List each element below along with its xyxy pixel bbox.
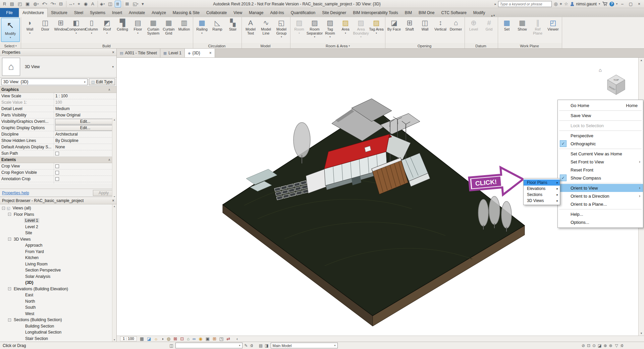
property-row[interactable]: Annotation Crop xyxy=(0,176,116,182)
ribbon-tab[interactable]: BIM Interoperability Tools xyxy=(350,8,401,17)
vertical-opening-button[interactable]: ↕ Vertical xyxy=(433,18,448,32)
ribbon-tab[interactable]: Annotate xyxy=(125,8,148,17)
ribbon-tab[interactable]: Architecture xyxy=(19,8,48,17)
qat-button[interactable]: ⌖ xyxy=(76,1,82,7)
tree-expander-icon[interactable]: − xyxy=(8,318,11,321)
ribbon-panel-label[interactable]: Model xyxy=(242,43,290,49)
tree-item-label[interactable]: {3D} xyxy=(24,280,35,285)
menu-item[interactable]: Lock to Selection xyxy=(558,121,643,130)
property-row[interactable]: Parts Visibility Show Original xyxy=(0,112,116,118)
qat-button[interactable]: ⊟ xyxy=(58,1,64,7)
qat-button[interactable]: ↶ ▾ xyxy=(41,1,48,7)
ribbon-tab[interactable]: BIM xyxy=(401,8,415,17)
property-row[interactable]: Discipline Architectural xyxy=(0,131,116,138)
tree-expander-icon[interactable]: − xyxy=(8,238,11,241)
property-row[interactable]: Visibility/Graphics Overri... Edit... xyxy=(0,118,116,125)
property-row[interactable]: Scale Value 1: 100 xyxy=(0,99,116,106)
ramp-button[interactable]: ◺ Ramp xyxy=(210,18,225,32)
menu-item[interactable]: Orient to View › xyxy=(558,184,643,192)
property-value[interactable]: None xyxy=(54,144,116,150)
menu-item[interactable]: Help... xyxy=(558,210,643,218)
tree-item-label[interactable]: West xyxy=(24,311,35,316)
tree-item[interactable]: − Floor Plans xyxy=(0,211,116,218)
model-group-button[interactable]: ◱ Model Group ▾ xyxy=(274,18,289,38)
qat-button[interactable]: A xyxy=(90,1,96,7)
tree-expander-icon[interactable]: − xyxy=(8,213,11,216)
property-row[interactable]: Far Clip Active xyxy=(0,182,116,184)
curtain-system-button[interactable]: ▦ Curtain System xyxy=(146,18,161,36)
user-avatar-icon[interactable] xyxy=(570,2,574,6)
tree-item[interactable]: Approach xyxy=(0,242,116,249)
menu-item[interactable]: Set Front to View › xyxy=(558,158,643,166)
room-separator-button[interactable]: ▨ Room Separator ▾ xyxy=(307,18,322,38)
search-input[interactable] xyxy=(498,2,551,6)
tree-item[interactable]: North xyxy=(0,298,116,305)
ribbon-tab[interactable]: Analyze xyxy=(148,8,169,17)
scroll-up-icon[interactable]: ▴ xyxy=(114,205,115,208)
temporary-view-properties-icon[interactable]: ▣ xyxy=(206,336,210,342)
ribbon-tab[interactable]: Systems xyxy=(87,8,109,17)
section-collapse-icon[interactable]: ∧ xyxy=(108,88,110,91)
ribbon-tab[interactable]: Quantification xyxy=(287,8,319,17)
menu-item[interactable]: ✓ Orthographic xyxy=(558,140,643,148)
ribbon-tab[interactable]: Steel xyxy=(71,8,87,17)
active-workset-select[interactable]: ▾ xyxy=(175,343,243,348)
column-button[interactable]: ▯ Column ▾ xyxy=(84,18,99,34)
ribbon-tab[interactable]: View xyxy=(230,8,246,17)
tab-3d[interactable]: ◈ {3D} × xyxy=(185,49,215,57)
user-menu-chevron-icon[interactable]: ▾ xyxy=(599,2,600,5)
property-row[interactable]: View Scale 1 : 100 xyxy=(0,93,116,99)
property-value[interactable]: Architectural xyxy=(54,131,116,137)
reveal-constraints-icon[interactable]: ⇄ xyxy=(226,336,230,342)
ribbon-panel-label[interactable]: Opening xyxy=(385,43,465,49)
tag-room-button[interactable]: ▨ Tag Room ▾ xyxy=(322,18,338,38)
checkbox[interactable] xyxy=(55,184,59,184)
tree-item[interactable]: − Elevations (Building Elevation) xyxy=(0,286,116,292)
tree-item[interactable]: − 3D Views xyxy=(0,236,116,243)
ribbon-tab[interactable]: Massing & Site xyxy=(169,8,203,17)
menu-item[interactable]: Save View xyxy=(558,111,643,119)
qat-button[interactable]: ◈ ▾ xyxy=(98,1,106,7)
property-row[interactable]: Detail Level Medium xyxy=(0,106,116,112)
grid-button[interactable]: # Grid xyxy=(481,18,497,32)
ribbon-panel-label[interactable]: Build xyxy=(21,43,193,49)
tree-item-label[interactable]: Living Room xyxy=(24,262,49,266)
ribbon-tab[interactable]: Collaborate xyxy=(203,8,230,17)
scroll-up-icon[interactable]: ▴ xyxy=(114,118,115,121)
qat-button[interactable]: R xyxy=(2,1,8,7)
viewcube-home-icon[interactable]: ⌂ xyxy=(599,67,602,73)
property-row[interactable]: Graphics ∧ xyxy=(0,87,116,93)
tree-item-label[interactable]: Building Section xyxy=(24,324,55,329)
rendering-dialog-icon[interactable]: ◍ xyxy=(167,336,170,342)
ribbon-tab[interactable]: Insert xyxy=(109,8,125,17)
tree-item[interactable]: − ◱ Views (all) xyxy=(0,205,116,211)
tree-item-label[interactable]: Elevations (Building Elevation) xyxy=(13,287,69,291)
mullion-button[interactable]: ▥ Mullion xyxy=(176,18,192,32)
ribbon-tab[interactable]: BIM One xyxy=(415,8,438,17)
select-links-icon[interactable]: ⊘ xyxy=(582,343,585,348)
property-value[interactable] xyxy=(54,163,116,169)
property-row[interactable]: Crop View xyxy=(0,163,116,169)
tree-expander-icon[interactable]: − xyxy=(8,287,11,290)
tree-item[interactable]: Living Room xyxy=(0,261,116,267)
room-button[interactable]: ▨ Room ▾ xyxy=(291,18,307,34)
crop-view-icon[interactable]: ⊠ xyxy=(173,336,177,342)
search-expand-icon[interactable]: ▸ xyxy=(495,2,496,6)
qat-button[interactable]: ◰ xyxy=(16,1,23,7)
apply-button[interactable]: Apply xyxy=(93,190,114,196)
qat-button[interactable]: ◫ xyxy=(107,1,114,7)
properties-scrollbar[interactable]: ▴ ▾ xyxy=(112,118,116,199)
tree-item[interactable]: Level 1 xyxy=(0,217,116,224)
panel-display-toggle[interactable]: ▴ ▾ xyxy=(491,14,495,17)
tree-item[interactable]: Site xyxy=(0,230,116,236)
menu-item[interactable]: ✓ Show Compass xyxy=(558,174,643,182)
scrollbar-left-icon[interactable]: ‹ xyxy=(236,337,238,341)
qat-button[interactable]: ⊠ xyxy=(123,1,130,7)
window-button[interactable]: ⊞ Window xyxy=(53,18,68,32)
tree-item[interactable]: Building Section xyxy=(0,323,116,330)
qat-button[interactable]: ◱ ▾ xyxy=(131,1,140,7)
modify-button[interactable]: ↖ Modify ▾ xyxy=(1,18,20,42)
area-button[interactable]: ▨ Area ▾ xyxy=(338,18,353,34)
drag-on-selection-icon[interactable]: ⊕ xyxy=(603,343,607,348)
type-selector[interactable]: ⌂ 3D View ▾ xyxy=(0,56,116,78)
